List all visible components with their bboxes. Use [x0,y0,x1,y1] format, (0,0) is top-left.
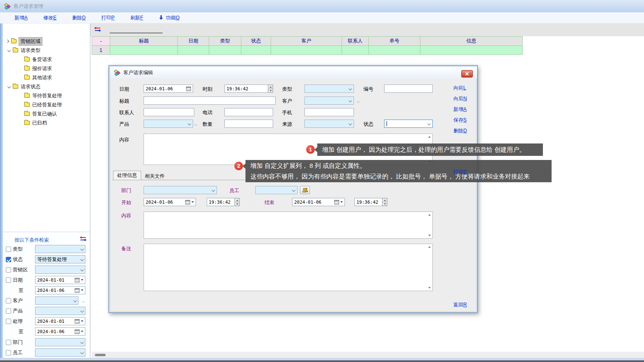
toolbar-edit-button[interactable]: 修改E [43,14,57,21]
employee-checkbox[interactable] [6,350,11,355]
customer-label: 客户 [282,98,292,105]
employee-select[interactable] [255,186,297,194]
tab-process-info[interactable]: 处理信息 [113,171,141,180]
mobile-input[interactable] [304,108,354,116]
phone-input[interactable] [224,108,273,116]
save-button[interactable]: 保存S [453,117,467,124]
product-select[interactable] [144,120,193,128]
tree-item-quote-request[interactable]: 报价请求 [24,64,52,73]
status-select[interactable]: 等待答复处理 [35,255,85,263]
title-input[interactable] [144,96,276,105]
column-header-customer[interactable]: 客户 [271,37,342,46]
product-browse-button[interactable]: .. [194,121,197,127]
process-checkbox[interactable] [6,319,11,324]
number-input[interactable] [384,85,433,93]
customer-checkbox[interactable] [6,298,11,303]
calendar-icon [75,329,80,334]
time-label: 时刻 [203,86,212,93]
remark-textarea[interactable] [144,244,433,291]
tab-related-files[interactable]: 相关文件 [141,172,168,181]
tree-item-awaiting-reply[interactable]: 等待答复处理 [24,92,62,100]
delete-button[interactable]: 删除D [453,127,467,134]
department-checkbox[interactable] [6,340,11,345]
annotation-1-tooltip: 增加 创建用户， 因为处理完之后，处理的用户需要反馈信息给 创建用户。 [317,143,543,156]
toolbar-refresh-button[interactable]: 刷新F [130,14,143,21]
column-header-corner[interactable]: - [92,37,110,46]
table-row[interactable]: 1 [92,46,523,55]
column-header-status[interactable]: 状态 [241,37,271,46]
marketing-area-select[interactable] [35,266,85,274]
status-checkbox[interactable] [6,257,11,262]
process-to-field[interactable]: 2024-01-06 [35,327,85,336]
customer-select[interactable] [304,96,354,105]
product-select[interactable] [35,307,85,315]
type-select[interactable] [304,85,354,93]
department-label: 部门 [121,187,131,194]
table-header-row: - 标题 日期 类型 状态 客户 联系人 单号 信息 [92,37,523,46]
customer-select[interactable] [35,296,78,305]
contact-input[interactable] [144,108,194,116]
toolbar-functions-button[interactable]: 功能O [159,14,179,21]
column-header-date[interactable]: 日期 [178,37,209,46]
table-cell [369,46,420,55]
print-button[interactable]: 打印P [453,169,467,176]
date-from-field[interactable]: 2024-01-01 [35,276,85,284]
scrollbar-thumb[interactable] [95,354,106,356]
prev-button[interactable]: 向前L [453,85,466,92]
tree-item-reply-confirmed[interactable]: 答复已确认 [24,110,57,118]
tree-item-stock-request[interactable]: 备货请求 [24,55,52,63]
toolbar-add-button[interactable]: 新增A [14,14,28,21]
tree-item-other-request[interactable]: 其他请求 [24,73,52,82]
tree-item-replied[interactable]: 已经答复处理 [24,101,62,109]
next-button[interactable]: 向后N [453,95,467,102]
department-select[interactable] [35,338,85,346]
chevron-right-icon[interactable] [6,40,9,43]
toolbar-delete-button[interactable]: 删除D [72,14,86,21]
column-header-title[interactable]: 标题 [110,37,178,46]
column-header-type[interactable]: 类型 [209,37,241,46]
source-select[interactable] [304,120,354,128]
tree-item-archived[interactable]: 已归档 [24,119,47,127]
column-header-contact[interactable]: 联系人 [342,37,369,46]
status-select[interactable] [384,120,433,128]
date-checkbox[interactable] [6,277,11,283]
type-checkbox[interactable] [6,247,11,252]
tree-group-request-type[interactable]: 请求类型 [8,46,40,54]
quantity-input[interactable] [224,120,273,128]
end-date-field[interactable]: 2024-01-06 [292,198,345,206]
customer-browse-button[interactable]: .. [82,298,85,303]
start-date-field[interactable]: 2024-01-06 [144,198,196,206]
department-select[interactable] [144,186,217,194]
process-from-field[interactable]: 2024-01-01 [35,317,85,325]
back-button[interactable]: 返回R [453,301,467,308]
search-row-date-from: 日期 2024-01-01 [3,276,90,284]
start-time-field[interactable]: 19:36:42 [207,198,240,206]
date-field[interactable]: 2024-01-06 [144,85,193,93]
spinner-icon[interactable] [382,198,387,206]
add-button[interactable]: 新增A [453,106,467,113]
tree-group-request-status[interactable]: 请求状态 [8,82,40,91]
process-content-textarea[interactable] [144,212,433,239]
type-select[interactable] [35,245,85,253]
end-time-field[interactable]: 19:36:42 [354,198,387,206]
spinner-icon[interactable] [234,198,239,206]
calendar-icon [75,288,80,293]
swap-columns-icon[interactable] [94,27,101,32]
column-header-info[interactable]: 信息 [420,37,523,46]
product-checkbox[interactable] [6,308,11,314]
date-to-field[interactable]: 2024-01-06 [35,286,85,294]
chevron-down-icon[interactable] [7,49,11,52]
time-field[interactable]: 19:36:42 [224,85,273,93]
employee-select[interactable] [35,348,85,357]
horizontal-scrollbar[interactable] [92,352,644,358]
close-icon[interactable] [461,70,473,78]
toolbar-print-button[interactable]: 打印P [101,14,115,21]
chevron-down-icon[interactable] [7,85,11,88]
marketing-area-checkbox[interactable] [6,267,11,273]
customer-browse-button[interactable]: .. [357,98,360,103]
employee-picker-button[interactable] [300,186,310,194]
swap-columns-icon[interactable] [80,236,87,242]
column-header-order-no[interactable]: 单号 [369,37,420,46]
spinner-icon[interactable] [268,85,273,92]
tree-item-marketing-area[interactable]: 营销区域 [6,37,42,45]
